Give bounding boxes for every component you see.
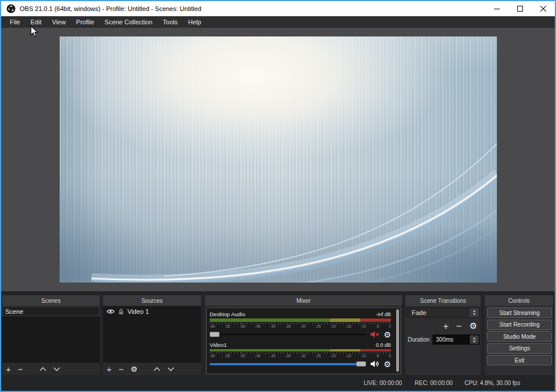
maximize-icon: [517, 6, 523, 12]
menu-tools[interactable]: Tools: [158, 16, 183, 28]
menu-help[interactable]: Help: [183, 16, 207, 28]
duration-label: Duration: [407, 336, 430, 343]
close-icon: [540, 6, 546, 12]
preview-canvas[interactable]: [60, 36, 497, 283]
titlebar: OBS 21.0.1 (64bit, windows) - Profile: U…: [1, 1, 555, 16]
sources-panel-header: Sources: [103, 295, 201, 306]
meter-tick-labels: -60-55-50-45-40-35-30-25-20-15-10-50: [210, 354, 391, 358]
cpu-fps-stats: CPU: 4.8%, 30.00 fps: [464, 380, 520, 386]
dropdown-spinner[interactable]: [470, 308, 479, 317]
volume-slider[interactable]: [210, 359, 366, 369]
mixer-box: Desktop Audio -inf dB -60-55-50-45-40-35…: [206, 307, 401, 374]
controls-panel-header: Controls: [485, 295, 553, 306]
menu-profile[interactable]: Profile: [71, 16, 99, 28]
source-name: Video 1: [127, 308, 149, 315]
source-move-down-button[interactable]: [167, 367, 174, 371]
main-area: [1, 28, 555, 291]
volume-slider-handle[interactable]: [210, 332, 220, 337]
transition-dropdown[interactable]: Fade: [407, 307, 480, 318]
mixer-panel: Mixer Desktop Audio -inf dB -60-55-50-45…: [205, 295, 402, 375]
mute-speaker-icon[interactable]: [370, 331, 379, 338]
controls-panel: Controls Start Streaming Start Recording…: [485, 295, 553, 375]
dock-area: Scenes Scene + −: [1, 291, 555, 376]
mixer-channel-desktop-audio: Desktop Audio -inf dB -60-55-50-45-40-35…: [210, 311, 391, 339]
statusbar: LIVE: 00:00:00 REC: 00:00:00 CPU: 4.8%, …: [1, 376, 555, 391]
source-move-up-button[interactable]: [153, 367, 160, 371]
start-streaming-button[interactable]: Start Streaming: [487, 307, 552, 318]
live-time: LIVE: 00:00:00: [364, 380, 402, 386]
volume-slider[interactable]: [210, 329, 366, 339]
remove-source-button[interactable]: −: [119, 365, 124, 373]
duration-spinner[interactable]: [470, 335, 479, 344]
sources-panel: Sources Video 1: [103, 295, 201, 375]
sources-list: Video 1: [103, 306, 201, 362]
mouse-cursor: [30, 25, 38, 38]
add-source-button[interactable]: +: [107, 365, 112, 373]
exit-button[interactable]: Exit: [487, 355, 552, 365]
transition-selected: Fade: [407, 309, 470, 316]
duration-spinbox[interactable]: 300ms: [433, 335, 480, 345]
audio-meter: [210, 318, 391, 322]
menu-file[interactable]: File: [5, 16, 25, 28]
maximize-button[interactable]: [509, 1, 532, 16]
close-button[interactable]: [532, 1, 555, 16]
channel-level: 0.0 dB: [376, 342, 391, 348]
audio-meter: [210, 349, 391, 351]
minimize-button[interactable]: [485, 1, 509, 16]
volume-slider-handle[interactable]: [356, 361, 366, 367]
menubar: File Edit View Profile Scene Collection …: [1, 16, 555, 28]
chevron-down-icon: [473, 340, 476, 343]
sources-toolbar: + − ⚙: [103, 363, 201, 375]
scenes-panel-header: Scenes: [2, 295, 100, 306]
transition-properties-gear-icon[interactable]: ⚙: [470, 322, 477, 330]
scene-list-item[interactable]: Scene: [2, 306, 100, 316]
mixer-panel-header: Mixer: [205, 295, 402, 306]
window-title: OBS 21.0.1 (64bit, windows) - Profile: U…: [20, 5, 202, 12]
add-transition-button[interactable]: +: [443, 322, 449, 331]
scene-transitions-panel: Scene Transitions Fade + − ⚙ Duration: [405, 295, 481, 375]
channel-name: Desktop Audio: [210, 311, 245, 317]
scenes-toolbar: + −: [2, 363, 100, 375]
minimize-icon: [494, 6, 500, 12]
channel-settings-gear-icon[interactable]: ⚙: [383, 331, 391, 339]
studio-mode-button[interactable]: Studio Mode: [487, 331, 552, 342]
channel-name: Video1: [210, 342, 226, 348]
speaker-icon[interactable]: [370, 360, 379, 368]
channel-level: -inf dB: [376, 312, 391, 317]
scene-move-up-button[interactable]: [39, 367, 46, 371]
visibility-eye-icon[interactable]: [107, 309, 115, 314]
rec-time: REC: 00:00:00: [415, 380, 453, 386]
menu-view[interactable]: View: [47, 16, 71, 28]
chevron-up-icon: [473, 337, 476, 339]
mixer-channel-video1: Video1 0.0 dB -60-55-50-45-40-35-30-25-2…: [210, 342, 391, 369]
lock-icon[interactable]: [118, 309, 124, 315]
meter-tick-labels: -60-55-50-45-40-35-30-25-20-15-10-50: [210, 324, 391, 328]
add-scene-button[interactable]: +: [6, 365, 11, 373]
start-recording-button[interactable]: Start Recording: [487, 320, 552, 330]
scenes-panel: Scenes Scene + −: [2, 295, 100, 375]
scene-transitions-panel-header: Scene Transitions: [405, 295, 481, 306]
source-list-item[interactable]: Video 1: [103, 306, 201, 317]
chevron-down-icon: [473, 313, 476, 316]
obs-window: OBS 21.0.1 (64bit, windows) - Profile: U…: [0, 0, 556, 392]
scene-move-down-button[interactable]: [53, 367, 60, 371]
remove-transition-button[interactable]: −: [456, 322, 462, 331]
scenes-list: Scene: [2, 306, 100, 362]
obs-logo-icon: [6, 4, 16, 13]
mixer-scrollbar[interactable]: [396, 309, 399, 372]
wallpaper-waves: [60, 36, 497, 283]
menu-scene-collection[interactable]: Scene Collection: [100, 16, 158, 28]
channel-settings-gear-icon[interactable]: ⚙: [383, 360, 391, 368]
duration-value: 300ms: [433, 336, 470, 343]
source-properties-gear-icon[interactable]: ⚙: [131, 365, 138, 373]
settings-button[interactable]: Settings: [487, 343, 552, 354]
chevron-up-icon: [473, 310, 476, 312]
remove-scene-button[interactable]: −: [18, 365, 23, 373]
